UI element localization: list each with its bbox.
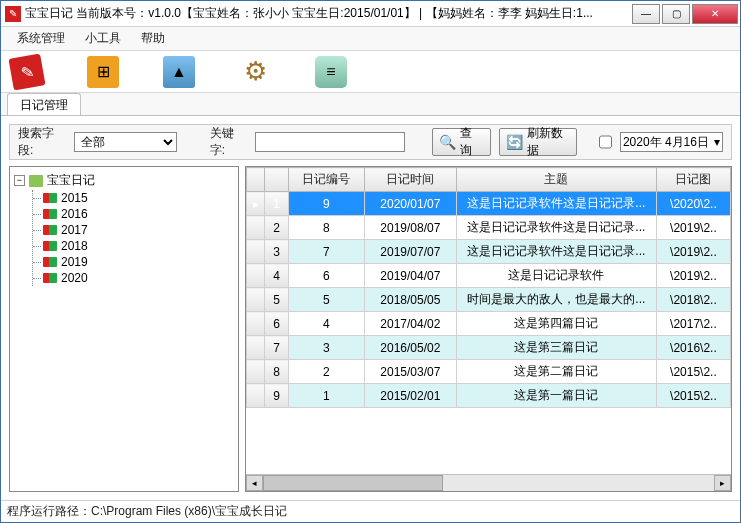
tree-item-2017[interactable]: 2017 — [33, 222, 234, 238]
cell-diary-no: 6 — [289, 264, 365, 288]
tab-diary-manage[interactable]: 日记管理 — [7, 93, 81, 115]
col-pointer[interactable] — [247, 168, 265, 192]
calendar-dropdown-icon: ▾ — [714, 135, 720, 149]
tree-root[interactable]: − 宝宝日记 — [14, 171, 234, 190]
date-filter-checkbox[interactable] — [599, 135, 612, 149]
cell-diary-no: 1 — [289, 384, 365, 408]
tree-item-2016[interactable]: 2016 — [33, 206, 234, 222]
cell-image: \2019\2.. — [656, 264, 730, 288]
cell-image: \2015\2.. — [656, 360, 730, 384]
col-diary-no[interactable]: 日记编号 — [289, 168, 365, 192]
search-field-combo[interactable]: 全部 — [74, 132, 177, 152]
cell-diary-time: 2019/07/07 — [364, 240, 456, 264]
cell-subject: 这是第二篇日记 — [456, 360, 656, 384]
table-row[interactable]: 462019/04/07这是日记记录软件\2019\2.. — [247, 264, 731, 288]
database-icon[interactable]: ≡ — [315, 56, 347, 88]
scroll-left-arrow[interactable]: ◂ — [246, 475, 263, 491]
table-row[interactable]: 642017/04/02这是第四篇日记\2017\2.. — [247, 312, 731, 336]
gear-icon[interactable]: ⚙ — [239, 56, 271, 88]
row-number: 6 — [265, 312, 289, 336]
edit-icon[interactable]: ✎ — [8, 53, 45, 90]
row-pointer — [247, 216, 265, 240]
cell-subject: 这是日记记录软件 — [456, 264, 656, 288]
row-pointer — [247, 312, 265, 336]
table-row[interactable]: 822015/03/07这是第二篇日记\2015\2.. — [247, 360, 731, 384]
maximize-button[interactable]: ▢ — [662, 4, 690, 24]
cell-diary-no: 5 — [289, 288, 365, 312]
tree-item-2015[interactable]: 2015 — [33, 190, 234, 206]
leaf-icon — [43, 193, 57, 203]
row-pointer — [247, 288, 265, 312]
leaf-icon — [43, 273, 57, 283]
row-number: 1 — [265, 192, 289, 216]
minimize-button[interactable]: — — [632, 4, 660, 24]
cell-diary-time: 2019/04/07 — [364, 264, 456, 288]
col-image[interactable]: 日记图 — [656, 168, 730, 192]
cell-diary-no: 4 — [289, 312, 365, 336]
table-row[interactable]: 912015/02/01这是第一篇日记\2015\2.. — [247, 384, 731, 408]
tree-item-2020[interactable]: 2020 — [33, 270, 234, 286]
tree-item-label: 2019 — [61, 255, 88, 269]
cell-subject: 时间是最大的敌人，也是最大的... — [456, 288, 656, 312]
cell-diary-time: 2018/05/05 — [364, 288, 456, 312]
toolbar: ✎ ⊞ ▲ ⚙ ≡ — [1, 51, 740, 93]
cell-diary-time: 2015/03/07 — [364, 360, 456, 384]
row-pointer — [247, 360, 265, 384]
horizontal-scrollbar[interactable]: ◂ ▸ — [246, 474, 731, 491]
tree-children: 201520162017201820192020 — [32, 190, 234, 286]
col-rownum[interactable] — [265, 168, 289, 192]
leaf-icon — [43, 209, 57, 219]
menu-tools[interactable]: 小工具 — [75, 27, 131, 50]
cell-subject: 这是日记记录软件这是日记记录... — [456, 192, 656, 216]
tree-item-label: 2016 — [61, 207, 88, 221]
cell-diary-no: 8 — [289, 216, 365, 240]
window-title: 宝宝日记 当前版本号：v1.0.0【宝宝姓名：张小小 宝宝生日:2015/01/… — [25, 5, 630, 22]
row-number: 9 — [265, 384, 289, 408]
tree-item-2018[interactable]: 2018 — [33, 238, 234, 254]
row-number: 3 — [265, 240, 289, 264]
folder-icon — [29, 175, 43, 187]
scroll-right-arrow[interactable]: ▸ — [714, 475, 731, 491]
date-picker[interactable]: 2020年 4月16日 ▾ — [620, 132, 723, 152]
cell-diary-time: 2017/04/02 — [364, 312, 456, 336]
menu-system[interactable]: 系统管理 — [7, 27, 75, 50]
tree-item-label: 2020 — [61, 271, 88, 285]
table-row[interactable]: 372019/07/07这是日记记录软件这是日记记录...\2019\2.. — [247, 240, 731, 264]
search-bar: 搜索字段: 全部 关键字: 🔍 查 询 🔄 刷新数据 2020年 4月16日 ▾ — [9, 124, 732, 160]
row-pointer — [247, 384, 265, 408]
row-pointer — [247, 240, 265, 264]
query-button[interactable]: 🔍 查 询 — [432, 128, 491, 156]
cell-diary-no: 7 — [289, 240, 365, 264]
cell-image: \2018\2.. — [656, 288, 730, 312]
cell-subject: 这是第四篇日记 — [456, 312, 656, 336]
tree-item-2019[interactable]: 2019 — [33, 254, 234, 270]
keyword-input[interactable] — [255, 132, 405, 152]
table-row[interactable]: 732016/05/02这是第三篇日记\2016\2.. — [247, 336, 731, 360]
leaf-icon — [43, 225, 57, 235]
col-diary-time[interactable]: 日记时间 — [364, 168, 456, 192]
table-row[interactable]: 552018/05/05时间是最大的敌人，也是最大的...\2018\2.. — [247, 288, 731, 312]
cell-diary-time: 2016/05/02 — [364, 336, 456, 360]
cell-image: \2019\2.. — [656, 240, 730, 264]
keyword-label: 关键字: — [210, 125, 247, 159]
app-window: ✎ 宝宝日记 当前版本号：v1.0.0【宝宝姓名：张小小 宝宝生日:2015/0… — [0, 0, 741, 523]
row-number: 7 — [265, 336, 289, 360]
tree-item-label: 2015 — [61, 191, 88, 205]
scroll-track[interactable] — [263, 475, 714, 491]
table-row[interactable]: 282019/08/07这是日记记录软件这是日记记录...\2019\2.. — [247, 216, 731, 240]
apps-icon[interactable]: ⊞ — [87, 56, 119, 88]
table-row[interactable]: ▸192020/01/07这是日记记录软件这是日记记录...\2020\2.. — [247, 192, 731, 216]
leaf-icon — [43, 241, 57, 251]
cell-image: \2016\2.. — [656, 336, 730, 360]
status-text: 程序运行路径：C:\Program Files (x86)\宝宝成长日记 — [7, 503, 287, 520]
scroll-thumb[interactable] — [263, 475, 443, 491]
refresh-button[interactable]: 🔄 刷新数据 — [499, 128, 577, 156]
col-subject[interactable]: 主题 — [456, 168, 656, 192]
grid-scroll[interactable]: 日记编号 日记时间 主题 日记图 ▸192020/01/07这是日记记录软件这是… — [246, 167, 731, 474]
menu-help[interactable]: 帮助 — [131, 27, 175, 50]
cell-subject: 这是第一篇日记 — [456, 384, 656, 408]
picture-icon[interactable]: ▲ — [163, 56, 195, 88]
cell-image: \2020\2.. — [656, 192, 730, 216]
close-button[interactable]: ✕ — [692, 4, 738, 24]
tree-collapse-icon[interactable]: − — [14, 175, 25, 186]
